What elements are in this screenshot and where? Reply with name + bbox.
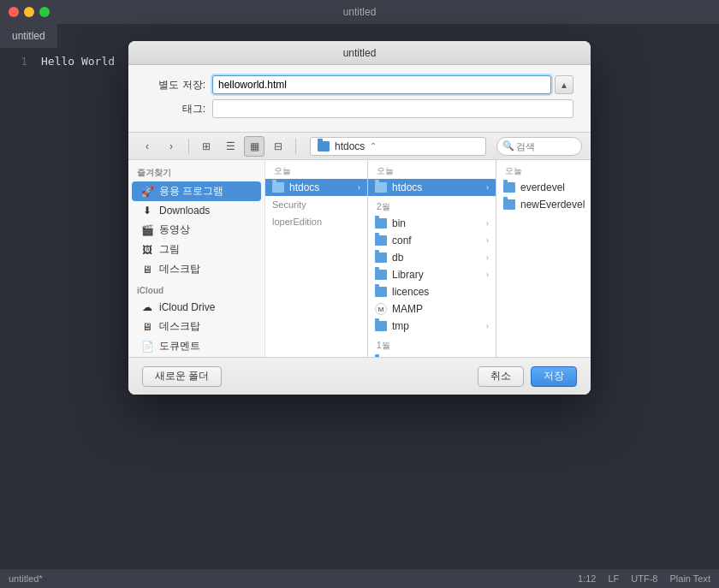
toolbar-separator-2: [295, 139, 296, 154]
sidebar-item-label-pictures: 그림: [159, 242, 180, 257]
document-icon: 📄: [140, 340, 154, 353]
sidebar-item-downloads[interactable]: ⬇ Downloads: [132, 201, 261, 220]
sidebar-item-label-apps: 용용 프로그램: [159, 184, 223, 199]
file-item-htdocs-col1[interactable]: htdocs ›: [265, 179, 367, 196]
icon-view-button[interactable]: ⊞: [196, 136, 217, 157]
main-window: untitled untitled 1 Hello World untitled: [0, 0, 719, 588]
desktop-icon: 🖥: [140, 263, 154, 276]
folder-icon-licences: [375, 287, 387, 297]
apps-icon: 🚀: [140, 185, 154, 199]
column-view-button[interactable]: ▦: [244, 136, 264, 157]
folder-icon-conf: [375, 235, 387, 246]
col1-header: 오늘: [265, 160, 367, 179]
sidebar-item-label-downloads: Downloads: [159, 205, 210, 217]
toolbar-separator-1: [188, 139, 189, 154]
folder-icon-tmp: [375, 321, 387, 331]
close-button[interactable]: [9, 7, 19, 17]
file-item-neweverdevel[interactable]: newEverdevel ›: [496, 196, 591, 213]
location-bar: htdocs ⌃: [310, 137, 486, 156]
tag-label: 태그:: [146, 102, 205, 116]
location-chevron: ⌃: [370, 141, 377, 151]
column-3: 오늘 everdevel › newEverdevel ›: [496, 160, 591, 357]
folder-icon-htdocs-col1: [272, 182, 284, 193]
gallery-view-button[interactable]: ⊟: [268, 136, 288, 157]
mamp-icon: M: [375, 303, 387, 315]
search-icon: 🔍: [502, 140, 514, 151]
save-as-input[interactable]: [212, 75, 551, 94]
sidebar-item-label-icloud-desktop: 데스크탑: [159, 319, 200, 334]
file-item-cgi-bin[interactable]: cgi-bin ›: [368, 353, 496, 357]
file-item-htdocs[interactable]: htdocs ›: [368, 179, 496, 196]
maximize-button[interactable]: [39, 7, 50, 17]
tag-input[interactable]: [212, 99, 573, 118]
video-icon: 🎬: [140, 223, 154, 237]
minimize-button[interactable]: [24, 7, 34, 17]
window-title: untitled: [343, 6, 377, 18]
sidebar-item-icloud-desktop[interactable]: 🖥 데스크탑: [132, 317, 261, 336]
col3-header: 오늘: [496, 160, 591, 179]
sidebar-item-documents[interactable]: 📄 도큐멘트: [132, 336, 261, 356]
sidebar-item-videos[interactable]: 🎬 동영상: [132, 220, 261, 240]
chevron-tmp: ›: [486, 322, 489, 330]
folder-icon-htdocs: [375, 182, 387, 193]
file-item-licences[interactable]: licences: [368, 283, 496, 300]
sidebar-item-label-videos: 동영상: [159, 223, 190, 237]
cloud-icon: ☁: [140, 300, 154, 314]
folder-icon-db: [375, 252, 387, 263]
sidebar-item-label-icloud: iCloud Drive: [159, 301, 215, 313]
list-view-button[interactable]: ☰: [220, 136, 241, 157]
location-display[interactable]: htdocs ⌃: [310, 137, 486, 156]
sidebar: 즐겨찾기 🚀 용용 프로그램 ⬇ Downloads 🎬 동영상: [128, 160, 265, 357]
folder-icon: [318, 141, 330, 151]
search-wrapper: 🔍: [496, 137, 582, 156]
sidebar-item-icloud-drive[interactable]: ☁ iCloud Drive: [132, 298, 261, 317]
sidebar-item-label-documents: 도큐멘트: [159, 339, 200, 353]
tag-row: 태그:: [146, 99, 573, 118]
chevron-bin: ›: [486, 219, 489, 228]
column-1: 오늘 htdocs › Security loperEdition: [265, 160, 368, 357]
save-button[interactable]: 저장: [531, 366, 577, 387]
column-2: 오늘 htdocs › 2월 bin ›: [368, 160, 496, 357]
window-controls: [9, 7, 50, 17]
columns-area: 오늘 htdocs › Security loperEdition: [265, 160, 591, 357]
folder-icon-everdevel: [503, 182, 515, 193]
chevron-htdocs: ›: [486, 183, 489, 192]
file-item-tmp[interactable]: tmp ›: [368, 318, 496, 335]
save-as-label: 별도 저장:: [146, 78, 205, 92]
file-item-db[interactable]: db ›: [368, 249, 496, 266]
file-browser: 즐겨찾기 🚀 용용 프로그램 ⬇ Downloads 🎬 동영상: [128, 160, 591, 357]
dialog-bottom: 새로운 폴더 취소 저장: [128, 357, 591, 395]
image-icon: 🖼: [140, 243, 154, 257]
forward-button[interactable]: ›: [161, 136, 181, 157]
sidebar-item-desktop[interactable]: 🖥 데스크탑: [132, 259, 261, 279]
cancel-button[interactable]: 취소: [478, 366, 524, 387]
file-item-conf[interactable]: conf ›: [368, 232, 496, 249]
chevron-library: ›: [486, 270, 489, 279]
file-item-library[interactable]: Library ›: [368, 266, 496, 283]
file-item-security[interactable]: Security: [265, 196, 367, 213]
file-item-developer-edition[interactable]: loperEdition: [265, 213, 367, 230]
dialog-overlay: untitled 별도 저장: ▲ 태그: ‹: [0, 24, 719, 588]
new-folder-button[interactable]: 새로운 폴더: [142, 366, 222, 387]
sidebar-section-icloud: iCloud: [128, 279, 264, 298]
file-item-bin[interactable]: bin ›: [368, 215, 496, 232]
col2-today-header: 오늘: [368, 160, 496, 179]
folder-icon-bin: [375, 218, 387, 229]
file-item-everdevel[interactable]: everdevel ›: [496, 179, 591, 196]
sidebar-item-apps[interactable]: 🚀 용용 프로그램: [132, 181, 261, 201]
chevron-db: ›: [486, 253, 489, 262]
save-as-row: 별도 저장: ▲: [146, 75, 573, 94]
title-bar: untitled: [0, 0, 719, 24]
dialog-title: untitled: [343, 47, 377, 59]
sidebar-section-favorites: 즐겨찾기: [128, 160, 264, 181]
dialog-form: 별도 저장: ▲ 태그:: [128, 65, 591, 133]
chevron-htdocs-col1: ›: [358, 183, 360, 192]
col2-1wol-header: 1월: [368, 335, 496, 353]
file-item-mamp[interactable]: M MAMP: [368, 300, 496, 318]
expand-button[interactable]: ▲: [555, 75, 573, 94]
folder-icon-library: [375, 270, 387, 280]
sidebar-item-pictures[interactable]: 🖼 그림: [132, 240, 261, 259]
download-icon: ⬇: [140, 204, 154, 217]
back-button[interactable]: ‹: [137, 136, 157, 157]
sidebar-item-label-desktop: 데스크탑: [159, 262, 200, 276]
